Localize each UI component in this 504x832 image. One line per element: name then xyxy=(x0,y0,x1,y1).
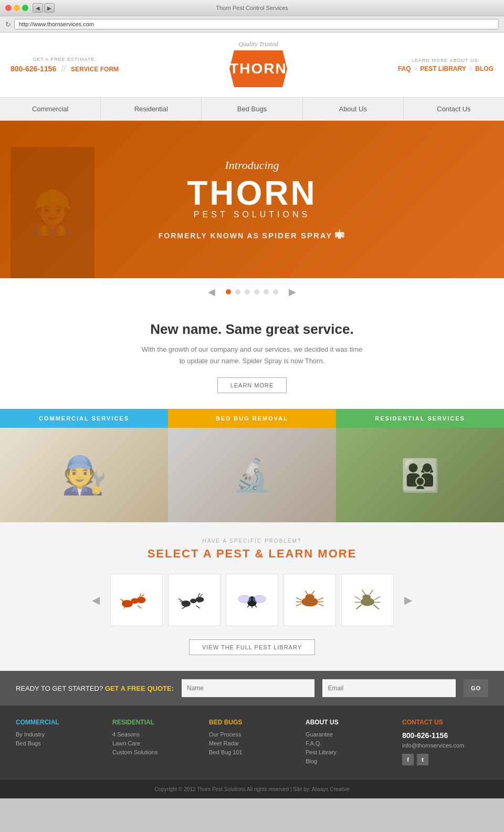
service-img-commercial[interactable]: 🧑‍🔧 xyxy=(0,428,168,522)
hero-brand: THORn xyxy=(159,176,346,210)
logo-text: THORN xyxy=(229,60,287,77)
slider-dots xyxy=(226,289,278,294)
svg-line-9 xyxy=(141,595,144,597)
dot-yellow[interactable] xyxy=(14,5,20,11)
forward-button[interactable]: ▶ xyxy=(44,3,55,13)
slider-dot-6[interactable] xyxy=(273,289,278,294)
footer-link-meet-radar[interactable]: Meet Radar xyxy=(209,740,295,746)
view-library-button[interactable]: VIEW THE FULL PEST LIBRARY xyxy=(189,639,315,655)
footer-link-lawn-care[interactable]: Lawn Care xyxy=(112,740,198,746)
footer-bedbug-title: BED BUGS xyxy=(209,719,295,726)
footer-link-our-process[interactable]: Our Process xyxy=(209,731,295,738)
slider-prev[interactable]: ◀ xyxy=(197,286,226,298)
residential-figure: 👨‍👩‍👦 xyxy=(401,457,440,494)
spider-icon: 🕷 xyxy=(335,230,345,240)
commercial-figure: 🧑‍🔧 xyxy=(61,454,107,497)
footer-link-bed-bugs-c[interactable]: Bed Bugs xyxy=(16,740,102,746)
svg-line-8 xyxy=(138,606,141,608)
site-footer: COMMERCIAL By Industry Bed Bugs RESIDENT… xyxy=(0,705,504,780)
footer-link-faq[interactable]: F.A.Q. xyxy=(306,740,392,746)
svg-line-19 xyxy=(196,606,200,608)
faq-link[interactable]: FAQ xyxy=(398,65,411,72)
cta-email-input[interactable] xyxy=(322,679,455,697)
svg-line-36 xyxy=(318,604,324,606)
residential-bg: 👨‍👩‍👦 xyxy=(336,428,504,522)
slider-dot-2[interactable] xyxy=(235,289,240,294)
hero-slider: 👷 Introducing THORn PEST SOLUTIONS FORME… xyxy=(0,121,504,278)
pest-item-5[interactable] xyxy=(341,574,394,626)
bedbug-bg: 🔬 xyxy=(168,428,336,522)
footer-link-4-seasons[interactable]: 4 Seasons xyxy=(112,731,198,738)
slider-next[interactable]: ▶ xyxy=(278,286,307,298)
promo-text: With the growth of our company and our s… xyxy=(32,344,472,367)
footer-bottom: Copyright © 2012 Thorn Pest Solutions Al… xyxy=(0,780,504,798)
cta-name-input[interactable] xyxy=(182,679,314,697)
footer-link-bed-bug-101[interactable]: Bed Bug 101 xyxy=(209,749,295,755)
pest-label: HAVE A SPECIFIC PROBLEM? xyxy=(10,538,494,544)
service-form-link[interactable]: SERVICE FORM xyxy=(71,66,119,73)
pest-library-link[interactable]: PEST LIBRARY xyxy=(420,65,466,72)
sep1: \\ xyxy=(414,66,417,71)
slider-dot-5[interactable] xyxy=(264,289,269,294)
promo-section: New name. Same great service. With the g… xyxy=(0,306,504,409)
browser-titlebar: ◀ ▶ Thorn Pest Control Services xyxy=(0,0,504,16)
footer-link-pest-library[interactable]: Pest Library xyxy=(306,749,392,755)
cta-go-button[interactable]: GO xyxy=(464,679,488,697)
footer-col-bedbug: BED BUGS Our Process Meet Radar Bed Bug … xyxy=(209,719,295,767)
pest-next[interactable]: ▶ xyxy=(399,588,417,612)
pest-item-4[interactable] xyxy=(284,574,336,626)
footer-link-custom-solutions[interactable]: Custom Solutions xyxy=(112,749,198,755)
logo[interactable]: Quality Trusted THORN xyxy=(229,40,287,89)
facebook-icon[interactable]: f xyxy=(402,754,414,765)
dot-red[interactable] xyxy=(5,5,12,11)
svg-point-24 xyxy=(238,595,251,603)
footer-residential-title: RESIDENTIAL xyxy=(112,719,198,726)
twitter-icon[interactable]: t xyxy=(417,754,428,765)
back-button[interactable]: ◀ xyxy=(33,3,43,13)
footer-col-about: ABOUT US Guarantee F.A.Q. Pest Library B… xyxy=(306,719,392,767)
nav-residential[interactable]: Residential xyxy=(101,98,202,120)
banner-commercial[interactable]: COMMERCIAL SERVICES xyxy=(0,409,168,428)
cta-bar: READY TO GET STARTED? GET A FREE QUOTE: … xyxy=(0,671,504,705)
browser-window: ◀ ▶ Thorn Pest Control Services ↻ http:/… xyxy=(0,0,504,798)
banner-residential[interactable]: RESIDENTIAL SERVICES xyxy=(336,409,504,428)
reload-button[interactable]: ↻ xyxy=(5,20,11,28)
dot-green[interactable] xyxy=(22,5,28,11)
service-img-bedbug[interactable]: 🔬 xyxy=(168,428,336,522)
cta-highlight: GET A FREE QUOTE: xyxy=(105,684,174,692)
slider-dot-3[interactable] xyxy=(245,289,250,294)
footer-link-by-industry[interactable]: By Industry xyxy=(16,731,102,738)
nav-contact-us[interactable]: Contact Us xyxy=(404,98,504,120)
formerly-label: FORMERLY KNOWN AS xyxy=(159,231,259,240)
blog-link[interactable]: BLOG xyxy=(475,65,494,72)
pest-item-3[interactable] xyxy=(226,574,278,626)
pest-cricket-icon xyxy=(349,584,386,616)
nav-about-us[interactable]: About Us xyxy=(303,98,404,120)
footer-link-blog[interactable]: Blog xyxy=(306,758,392,764)
slider-dot-1[interactable] xyxy=(226,289,231,294)
hero-content: Introducing THORn PEST SOLUTIONS FORMERL… xyxy=(148,148,356,251)
footer-link-guarantee[interactable]: Guarantee xyxy=(306,731,392,738)
learn-more-label: LEARN MORE ABOUT US: xyxy=(398,58,494,63)
svg-line-10 xyxy=(139,594,141,597)
svg-point-40 xyxy=(362,595,371,601)
learn-more-button[interactable]: LEARN MORE xyxy=(217,377,287,393)
phone-number[interactable]: 800-626-1156 xyxy=(10,65,56,73)
slider-dot-4[interactable] xyxy=(254,289,259,294)
pest-items xyxy=(110,574,394,626)
pest-prev[interactable]: ◀ xyxy=(87,588,105,612)
nav-commercial[interactable]: Commercial xyxy=(0,98,101,120)
header-estimate: GET A FREE ESTIMATE: 800-626-1156 // SER… xyxy=(10,57,119,73)
hero-background: 👷 Introducing THORn PEST SOLUTIONS FORME… xyxy=(0,121,504,278)
pest-item-1[interactable] xyxy=(110,574,163,626)
nav-bed-bugs[interactable]: Bed Bugs xyxy=(202,98,302,120)
pest-item-2[interactable] xyxy=(168,574,220,626)
footer-email[interactable]: info@thornservices.com xyxy=(402,742,488,749)
logo-badge[interactable]: THORN xyxy=(229,50,287,87)
url-field[interactable]: http://www.thornservices.com xyxy=(14,19,499,29)
pest-carousel: ◀ xyxy=(10,574,494,626)
banner-bed-bug[interactable]: BED BUG REMOVAL xyxy=(168,409,336,428)
pest-ant2-icon xyxy=(176,584,213,616)
service-img-residential[interactable]: 👨‍👩‍👦 xyxy=(336,428,504,522)
footer-phone[interactable]: 800-626-1156 xyxy=(402,731,488,740)
